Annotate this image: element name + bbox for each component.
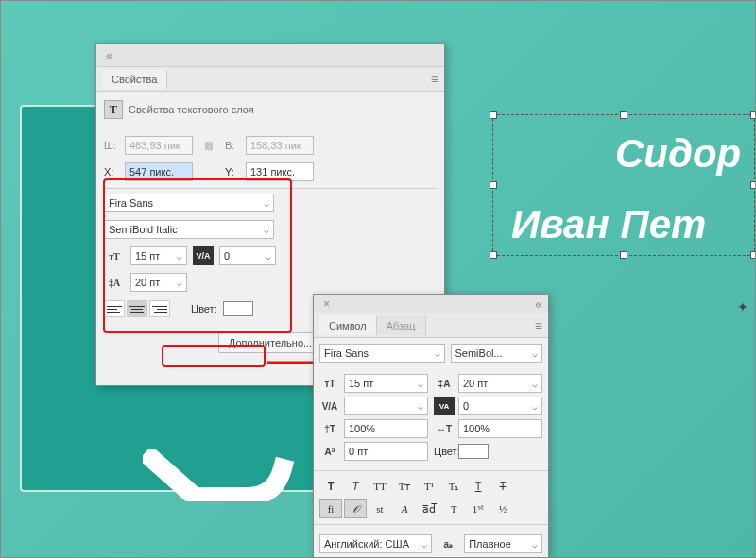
paragraph-anchor-icon: ✦ — [737, 299, 748, 314]
link-dimensions-icon[interactable]: ⛓ — [198, 136, 219, 155]
kerning-icon: V/A — [319, 397, 340, 415]
ordinals-button[interactable]: 1ˢᵗ — [467, 499, 490, 518]
alignment-group — [104, 300, 170, 317]
char-font-style-dropdown[interactable]: SemiBol... — [451, 344, 543, 363]
height-field: 158,33 пик — [246, 136, 314, 155]
leading-icon: ‡A — [104, 273, 125, 292]
faux-style-row: T T TT Tᴛ T¹ T₁ T T — [314, 475, 548, 498]
fractions-button[interactable]: ½ — [491, 499, 514, 518]
color-swatch[interactable] — [223, 301, 253, 316]
font-size-icon: тT — [104, 246, 125, 265]
advanced-button[interactable]: Дополнительно... — [218, 332, 322, 353]
hscale-icon: ↔T — [434, 419, 455, 438]
char-leading-dropdown[interactable]: 20 пт — [458, 374, 542, 393]
antialias-icon: aₐ — [438, 534, 458, 553]
width-label: Ш: — [104, 140, 119, 151]
font-family-dropdown[interactable]: Fira Sans — [104, 194, 274, 212]
faux-italic-button[interactable]: T — [344, 477, 367, 496]
canvas-text-line2[interactable]: Иван Пет — [511, 199, 706, 251]
contextual-alt-button[interactable]: 𝒪 — [344, 499, 367, 518]
vscale-icon: ‡T — [319, 419, 340, 438]
char-color-swatch[interactable] — [458, 444, 489, 459]
superscript-button[interactable]: T¹ — [418, 477, 440, 496]
panel-menu-icon[interactable]: ≡ — [431, 72, 438, 87]
height-label: В: — [225, 140, 240, 151]
font-size-dropdown[interactable]: 15 пт — [130, 246, 187, 265]
canvas-text-line1[interactable]: Сидор — [615, 128, 741, 180]
y-label: Y: — [225, 166, 240, 178]
type-layer-icon: T — [104, 100, 123, 119]
leading-icon: ‡A — [434, 374, 455, 393]
y-field[interactable]: 131 пикс. — [246, 162, 314, 181]
char-color-label: Цвет: — [434, 446, 453, 457]
canvas-foot-shape — [143, 449, 294, 501]
underline-button[interactable]: T — [467, 477, 490, 496]
align-left-button[interactable] — [104, 300, 125, 317]
opentype-row: fi 𝒪 st A a̅d̅ T 1ˢᵗ ½ — [314, 498, 548, 520]
allcaps-button[interactable]: TT — [369, 477, 391, 496]
font-style-dropdown[interactable]: SemiBold Italic — [104, 220, 274, 239]
x-label: X: — [104, 166, 119, 178]
transform-handle[interactable] — [620, 251, 627, 259]
tab-paragraph[interactable]: Абзац — [377, 316, 426, 335]
titling-alt-button[interactable]: T — [442, 499, 465, 518]
char-kerning-dropdown[interactable] — [344, 397, 428, 415]
char-font-family-dropdown[interactable]: Fira Sans — [319, 344, 445, 363]
char-size-dropdown[interactable]: 15 пт — [344, 374, 428, 393]
tracking-icon: VA — [434, 397, 455, 415]
faux-bold-button[interactable]: T — [319, 477, 342, 496]
tracking-icon: V/A — [193, 246, 214, 265]
panel-titlebar[interactable]: « — [96, 44, 444, 67]
transform-handle[interactable] — [490, 111, 497, 119]
stylistic-alt-button[interactable]: a̅d̅ — [418, 499, 440, 518]
align-center-button[interactable] — [127, 300, 147, 317]
char-panel-tabs: Символ Абзац ≡ — [314, 313, 548, 338]
panel-tabs: Свойства ≡ — [96, 67, 444, 92]
baseline-shift-icon: Aª — [319, 442, 340, 461]
smallcaps-button[interactable]: Tᴛ — [393, 477, 416, 496]
ligatures-button[interactable]: fi — [319, 499, 342, 518]
transform-handle[interactable] — [750, 181, 756, 189]
color-label: Цвет: — [191, 303, 217, 314]
antialias-dropdown[interactable]: Плавное — [464, 534, 542, 553]
x-field[interactable]: 547 пикс. — [125, 162, 193, 181]
transform-handle[interactable] — [750, 111, 756, 119]
align-right-button[interactable] — [149, 300, 170, 317]
char-vscale-field[interactable]: 100% — [344, 419, 428, 438]
transform-handle[interactable] — [750, 251, 756, 259]
swash-button[interactable]: A — [393, 499, 416, 518]
discretionary-lig-button[interactable]: st — [369, 499, 391, 518]
char-tracking-dropdown[interactable]: 0 — [458, 397, 542, 415]
subscript-button[interactable]: T₁ — [442, 477, 465, 496]
panel-menu-icon[interactable]: ≡ — [535, 318, 542, 333]
tab-character[interactable]: Символ — [319, 316, 377, 335]
leading-dropdown[interactable]: 20 пт — [130, 273, 187, 292]
strikethrough-button[interactable]: T — [491, 477, 514, 496]
font-size-icon: тT — [319, 374, 340, 393]
collapse-icon[interactable]: « — [535, 296, 542, 312]
width-field: 463,93 пик — [125, 136, 193, 155]
collapse-icon[interactable]: « — [102, 47, 116, 64]
tab-properties[interactable]: Свойства — [102, 70, 167, 89]
transform-handle[interactable] — [490, 251, 497, 259]
char-baseline-field[interactable]: 0 пт — [344, 442, 428, 461]
character-panel: × « Символ Абзац ≡ Fira Sans SemiBol... … — [313, 294, 549, 558]
char-panel-titlebar[interactable]: × « — [314, 295, 548, 313]
transform-handle[interactable] — [620, 111, 627, 119]
transform-handle[interactable] — [490, 181, 497, 189]
section-title: Свойства текстового слоя — [129, 104, 254, 115]
language-dropdown[interactable]: Английский: США — [319, 534, 432, 553]
tracking-dropdown[interactable]: 0 — [219, 246, 276, 265]
char-hscale-field[interactable]: 100% — [458, 419, 542, 438]
close-icon[interactable]: × — [319, 296, 334, 313]
